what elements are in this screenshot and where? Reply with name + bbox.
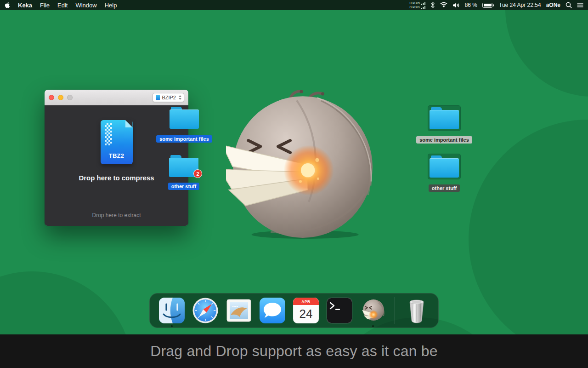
tbz2-file-icon: TBZ2 [101,120,133,164]
battery-icon[interactable] [482,3,494,8]
battery-percentage: 86 % [465,2,477,8]
safari-icon [192,298,218,323]
caption-text: Drag and Drop support as easy as it can … [150,343,438,360]
desktop: Keka File Edit Window Help 0 kB/s 0 kB/s [0,0,588,368]
menu-item-help[interactable]: Help [105,2,117,9]
menu-item-window[interactable]: Window [75,2,96,9]
dock-item-keka[interactable] [360,298,386,323]
archive-file-icon [156,95,160,100]
menu-item-file[interactable]: File [40,2,50,9]
dock-item-trash[interactable] [404,298,430,323]
dock-item-messages[interactable] [260,298,285,323]
window-titlebar[interactable]: BZIP2 [45,90,188,105]
caption-bar: Drag and Drop support as easy as it can … [0,334,588,368]
dock-item-safari[interactable] [192,298,218,323]
checker-pattern [105,123,112,145]
item-count-badge: 2 [193,169,202,178]
messages-icon [260,298,285,323]
menu-bar-clock[interactable]: Tue 24 Apr 22:54 [499,2,541,8]
menu-bar: Keka File Edit Window Help 0 kB/s 0 kB/s [0,0,588,10]
dock-separator [395,297,395,324]
wifi-icon[interactable] [440,2,447,8]
menu-item-edit[interactable]: Edit [57,2,68,9]
apple-menu-icon[interactable] [5,2,10,8]
drag-label: some important files [156,135,212,143]
dock-item-finder[interactable] [159,298,185,323]
volume-icon[interactable] [452,2,460,8]
network-down-speed: 0 kB/s [409,6,419,9]
network-up-speed: 0 kB/s [409,1,419,5]
dragged-folder-important-files[interactable]: some important files [156,107,212,143]
extract-drop-zone[interactable]: Drop here to extract [45,212,188,218]
folder-icon [430,155,459,178]
network-throughput-menulet[interactable]: 0 kB/s 0 kB/s [409,1,425,9]
dock-item-mail[interactable] [226,298,252,323]
running-indicator [372,325,374,327]
folder-icon: 2 [169,155,198,177]
background-circle [469,120,588,359]
dock-item-terminal[interactable] [327,298,352,323]
zoom-button[interactable] [67,95,73,100]
chevron-up-down-icon [179,95,181,100]
keka-mascot-illustration [226,90,375,239]
spotlight-search-icon[interactable] [565,2,572,8]
calendar-month: APR [301,299,310,304]
folder-label: some important files [416,136,472,144]
selection-highlight [428,106,460,131]
calendar-icon: APR 24 [293,298,319,323]
bluetooth-icon[interactable] [430,2,435,8]
folder-label: other stuff [429,184,460,192]
bar-graph-icon [421,6,425,9]
selection-highlight [428,154,460,179]
close-button[interactable] [49,95,54,100]
format-select-value: BZIP2 [162,95,176,100]
folder-icon [430,107,459,129]
format-select[interactable]: BZIP2 [153,93,184,102]
user-account-menu[interactable]: aONe [546,2,560,8]
desktop-folder-important-files[interactable]: some important files [412,106,476,144]
running-indicator [171,325,173,327]
compress-hint: Drop here to compress [79,174,154,182]
traffic-lights [49,95,73,100]
drag-label: other stuff [168,183,199,190]
dragged-folder-other-stuff[interactable]: 2 other stuff [162,155,206,190]
folder-icon [170,107,199,129]
finder-icon [159,298,185,323]
dock-item-calendar[interactable]: APR 24 [293,298,319,323]
desktop-folder-other-stuff[interactable]: other stuff [412,154,476,192]
calendar-day: 24 [299,307,312,321]
background-circle [505,0,588,97]
terminal-icon [327,298,352,323]
file-type-label: TBZ2 [101,152,133,159]
notification-center-icon[interactable] [577,2,583,8]
bar-graph-icon [421,1,425,5]
minimize-button[interactable] [58,95,63,100]
app-menu-title[interactable]: Keka [18,2,32,9]
trash-icon [404,298,430,324]
mail-stamp-icon [226,298,252,323]
keka-app-icon [360,298,386,323]
dock: APR 24 [149,293,439,328]
